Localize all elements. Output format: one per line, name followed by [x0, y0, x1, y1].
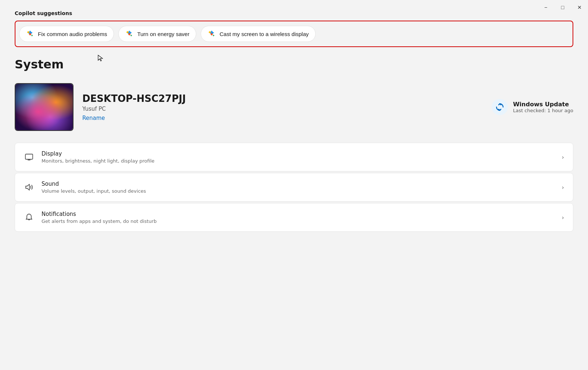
copilot-icon-cast: [208, 30, 216, 38]
copilot-icon-energy: [125, 30, 133, 38]
update-info: Windows Update Last checked: 1 hour ago: [513, 101, 573, 113]
device-user: Yusuf PC: [82, 106, 483, 112]
settings-list: Display Monitors, brightness, night ligh…: [15, 143, 573, 233]
copilot-suggestions-container: Fix common audio problems Turn on energy…: [15, 21, 573, 47]
settings-row-display[interactable]: Display Monitors, brightness, night ligh…: [15, 143, 573, 171]
display-desc: Monitors, brightness, night light, displ…: [42, 158, 555, 164]
sound-text: Sound Volume levels, output, input, soun…: [42, 181, 555, 194]
notifications-chevron-icon: ›: [562, 214, 564, 221]
maximize-button[interactable]: □: [554, 0, 571, 15]
windows-update: Windows Update Last checked: 1 hour ago: [492, 99, 573, 115]
device-name: DESKTOP-HSC27PJJ: [82, 93, 483, 104]
notifications-title: Notifications: [42, 211, 555, 217]
device-info: DESKTOP-HSC27PJJ Yusuf PC Rename: [82, 93, 483, 121]
device-thumbnail-graphic: [15, 84, 73, 130]
suggestion-audio-label: Fix common audio problems: [38, 31, 107, 37]
suggestion-cast-label: Cast my screen to a wireless display: [219, 31, 309, 37]
titlebar: − □ ✕: [537, 0, 588, 15]
settings-row-sound[interactable]: Sound Volume levels, output, input, soun…: [15, 173, 573, 202]
notifications-icon: [24, 212, 34, 223]
notifications-text: Notifications Get alerts from apps and s…: [42, 211, 555, 224]
copilot-icon-audio: [26, 30, 34, 38]
update-icon: [492, 99, 508, 115]
svg-rect-0: [25, 154, 33, 159]
rename-link[interactable]: Rename: [82, 115, 105, 121]
display-icon: [24, 152, 34, 162]
sound-desc: Volume levels, output, input, sound devi…: [42, 188, 555, 194]
sound-icon: [24, 182, 34, 192]
close-button[interactable]: ✕: [571, 0, 588, 15]
suggestion-fix-audio[interactable]: Fix common audio problems: [19, 26, 114, 42]
main-content: Copilot suggestions Fix common audio pro…: [0, 0, 588, 370]
display-chevron-icon: ›: [562, 154, 564, 161]
copilot-suggestions-label: Copilot suggestions: [15, 10, 573, 16]
window: − □ ✕ Copilot suggestions Fix common aud…: [0, 0, 588, 370]
sound-chevron-icon: ›: [562, 184, 564, 191]
suggestion-cast-screen[interactable]: Cast my screen to a wireless display: [201, 26, 316, 42]
sound-title: Sound: [42, 181, 555, 187]
display-title: Display: [42, 150, 555, 157]
system-title: System: [15, 57, 573, 71]
refresh-icon: [495, 102, 505, 112]
display-text: Display Monitors, brightness, night ligh…: [42, 150, 555, 164]
suggestion-energy-label: Turn on energy saver: [137, 31, 189, 37]
windows-update-title: Windows Update: [513, 101, 573, 108]
windows-update-subtitle: Last checked: 1 hour ago: [513, 108, 573, 113]
notifications-desc: Get alerts from apps and system, do not …: [42, 218, 555, 224]
svg-marker-3: [26, 184, 29, 190]
settings-row-notifications[interactable]: Notifications Get alerts from apps and s…: [15, 203, 573, 232]
suggestion-energy-saver[interactable]: Turn on energy saver: [118, 26, 196, 42]
device-thumbnail: [15, 83, 74, 131]
device-card: DESKTOP-HSC27PJJ Yusuf PC Rename Windows…: [15, 83, 573, 131]
minimize-button[interactable]: −: [537, 0, 554, 15]
